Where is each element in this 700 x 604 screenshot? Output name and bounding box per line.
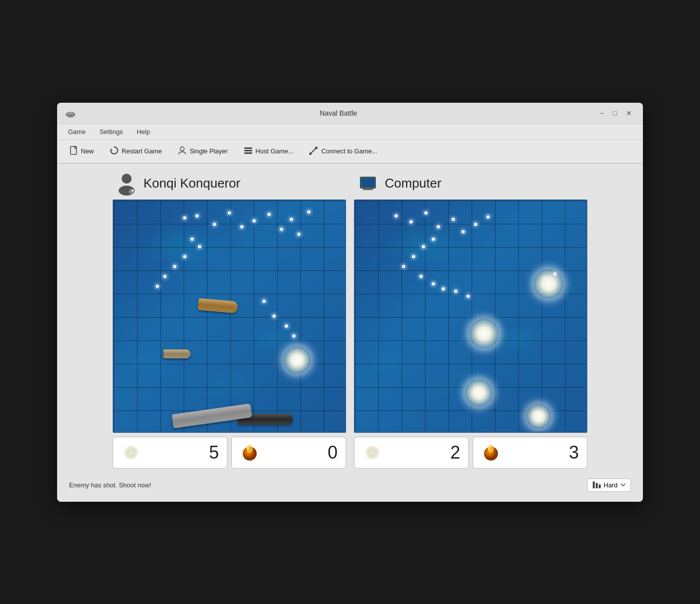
window-controls: − □ ✕ (597, 108, 635, 118)
restart-button[interactable]: Restart Game (103, 143, 169, 160)
status-bar: Enemy has shot. Shoot now! Hard (67, 474, 633, 494)
svg-line-8 (310, 148, 316, 154)
difficulty-dropdown[interactable]: Hard (587, 478, 631, 492)
right-miss-count: 2 (450, 442, 460, 463)
host-game-button[interactable]: Host Game... (237, 143, 301, 160)
close-button[interactable]: ✕ (623, 108, 635, 118)
new-label: New (81, 147, 94, 155)
single-player-icon (178, 146, 187, 157)
players-row: Konqi Konqueror (67, 172, 633, 469)
svg-point-11 (122, 174, 132, 184)
svg-rect-31 (593, 481, 595, 488)
right-player-header: Computer (354, 172, 587, 196)
svg-rect-24 (363, 189, 373, 190)
left-stats-row: 5 (113, 437, 346, 469)
explosion-right-2 (465, 379, 492, 406)
svg-rect-7 (244, 152, 252, 154)
left-hit-count: 0 (328, 442, 338, 463)
svg-rect-33 (599, 484, 601, 488)
miss-icon-right (362, 443, 382, 463)
left-miss-count: 5 (209, 442, 219, 463)
window-title: Naval Battle (80, 109, 597, 117)
svg-rect-25 (362, 179, 373, 186)
menu-game[interactable]: Game (61, 126, 92, 137)
restart-label: Restart Game (122, 147, 162, 155)
menu-settings[interactable]: Settings (92, 126, 130, 137)
svg-point-4 (180, 147, 184, 151)
menu-bar: Game Settings Help (57, 124, 643, 140)
svg-point-1 (70, 114, 71, 115)
difficulty-label: Hard (604, 481, 618, 489)
right-hit-count: 3 (569, 442, 579, 463)
right-miss-stat: 2 (354, 437, 469, 469)
main-content: Konqi Konqueror (57, 164, 643, 502)
ship-cruiser (198, 300, 238, 312)
svg-point-13 (129, 189, 134, 194)
svg-rect-23 (364, 187, 372, 189)
miss-icon-left (121, 443, 141, 463)
right-player-name: Computer (385, 176, 441, 191)
svg-point-9 (315, 146, 318, 149)
explosion-right-4 (534, 269, 563, 299)
status-message: Enemy has shot. Shoot now! (69, 481, 151, 489)
host-game-icon (244, 146, 253, 157)
single-player-button[interactable]: Single Player (171, 143, 235, 160)
chevron-down-icon (621, 483, 626, 486)
svg-point-27 (368, 449, 376, 457)
right-player-section: Computer (354, 172, 587, 469)
hit-icon-left (240, 443, 260, 463)
restart-icon (110, 146, 119, 157)
right-game-board[interactable] (354, 200, 587, 433)
menu-help[interactable]: Help (130, 126, 157, 137)
connect-button[interactable]: Connect to Game... (302, 143, 384, 160)
minimize-button[interactable]: − (597, 108, 607, 118)
connect-label: Connect to Game... (321, 147, 377, 155)
svg-point-16 (127, 449, 135, 457)
left-player-avatar (115, 172, 139, 196)
left-player-header: Konqi Konqueror (113, 172, 346, 196)
svg-point-19 (246, 445, 249, 450)
explosion-right-3 (526, 404, 551, 429)
maximize-button[interactable]: □ (610, 108, 620, 118)
svg-rect-5 (244, 147, 252, 149)
main-window: Naval Battle − □ ✕ Game Settings Help Ne… (57, 103, 643, 502)
explosion-right-1 (469, 319, 499, 348)
single-player-label: Single Player (190, 147, 228, 155)
explosion-left (283, 346, 311, 374)
ship-small (163, 349, 191, 358)
svg-point-30 (488, 445, 490, 450)
difficulty-icon (593, 481, 601, 488)
svg-marker-3 (111, 148, 113, 150)
toolbar: New Restart Game Single Player (57, 140, 643, 164)
host-game-label: Host Game... (256, 147, 294, 155)
left-player-name: Konqi Konqueror (143, 176, 240, 191)
right-hit-stat: 3 (473, 437, 587, 469)
svg-rect-32 (596, 483, 598, 488)
left-game-board[interactable] (113, 200, 346, 433)
right-stats-row: 2 (354, 437, 587, 469)
svg-rect-6 (244, 150, 252, 151)
left-miss-stat: 5 (113, 437, 227, 469)
right-player-avatar (356, 172, 380, 196)
hit-icon-right (481, 443, 501, 463)
left-player-section: Konqi Konqueror (113, 172, 346, 469)
ship-carrier (172, 409, 252, 423)
new-button[interactable]: New (63, 143, 101, 160)
connect-icon (309, 146, 318, 157)
new-icon (70, 146, 78, 157)
left-hit-stat: 0 (231, 437, 346, 469)
app-icon (65, 108, 76, 119)
svg-point-14 (132, 190, 134, 192)
title-bar: Naval Battle − □ ✕ (57, 103, 643, 124)
